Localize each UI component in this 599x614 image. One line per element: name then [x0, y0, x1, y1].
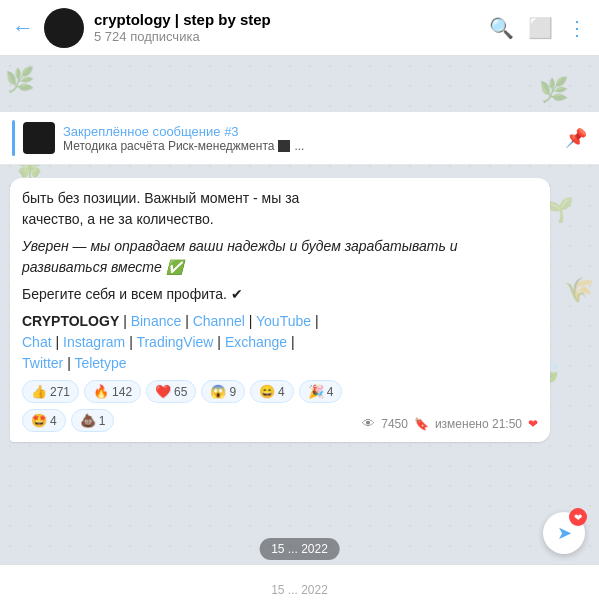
- reactions-row2: 🤩 4 💩 1 👁 7450 🔖 изменено 21:50 ❤: [22, 409, 538, 432]
- heart-badge: ❤: [569, 508, 587, 526]
- pinned-square-icon: [278, 140, 290, 152]
- bottom-date: 15 ... 2022: [271, 583, 328, 597]
- reaction-count-thumbsup: 271: [50, 385, 70, 399]
- reaction-count-poop: 1: [99, 414, 106, 428]
- link-binance[interactable]: Binance: [131, 313, 182, 329]
- reaction-party[interactable]: 🎉 4: [299, 380, 343, 403]
- reaction-heart[interactable]: ❤️ 65: [146, 380, 196, 403]
- layout-icon[interactable]: ⬜: [528, 16, 553, 40]
- reaction-count-heart: 65: [174, 385, 187, 399]
- link-instagram[interactable]: Instagram: [63, 334, 125, 350]
- reaction-poop[interactable]: 💩 1: [71, 409, 115, 432]
- link-teletype[interactable]: Teletype: [74, 355, 126, 371]
- pinned-text-area: Закреплённое сообщение #3 Методика расчё…: [63, 124, 565, 153]
- message-bubble: быть без позиции. Важный момент - мы за …: [10, 178, 550, 442]
- message-text-italic: Уверен — мы оправдаем ваши надежды и буд…: [22, 236, 538, 278]
- reaction-emoji-starstruck: 🤩: [31, 413, 47, 428]
- reaction-emoji-fire: 🔥: [93, 384, 109, 399]
- bg-emoji-1: 🌿: [539, 76, 569, 104]
- channel-title: cryptology | step by step: [94, 11, 489, 29]
- link-twitter[interactable]: Twitter: [22, 355, 63, 371]
- reactions-container: 👍 271 🔥 142 ❤️ 65 😱 9 😄 4: [22, 380, 538, 403]
- header-info: cryptology | step by step 5 724 подписчи…: [94, 11, 489, 44]
- link-exchange[interactable]: Exchange: [225, 334, 287, 350]
- link-chat[interactable]: Chat: [22, 334, 52, 350]
- forward-button[interactable]: ➤ ❤: [543, 512, 585, 554]
- link-cryptology: CRYPTOLOGY: [22, 313, 119, 329]
- bottom-bar: 15 ... 2022: [0, 564, 599, 614]
- pinned-thumbnail: [23, 122, 55, 154]
- edit-label: изменено 21:50: [435, 417, 522, 431]
- heart-icon: ❤: [528, 417, 538, 431]
- view-count: 7450: [381, 417, 408, 431]
- pinned-close-icon[interactable]: 📌: [565, 127, 587, 149]
- bg-emoji-6: 🌿: [5, 66, 35, 94]
- pinned-accent: [12, 120, 15, 156]
- chat-header: ← cryptology | step by step 5 724 подпис…: [0, 0, 599, 56]
- search-icon[interactable]: 🔍: [489, 16, 514, 40]
- reaction-count-party: 4: [327, 385, 334, 399]
- reaction-emoji-shock: 😱: [210, 384, 226, 399]
- reaction-count-starstruck: 4: [50, 414, 57, 428]
- message-footer: 👁 7450 🔖 изменено 21:50 ❤: [362, 415, 538, 432]
- pinned-description: Методика расчёта Риск-менеджмента ...: [63, 139, 565, 153]
- reaction-count-shock: 9: [229, 385, 236, 399]
- link-youtube[interactable]: YouTube: [256, 313, 311, 329]
- reaction-starstruck[interactable]: 🤩 4: [22, 409, 66, 432]
- reaction-grin[interactable]: 😄 4: [250, 380, 294, 403]
- link-channel[interactable]: Channel: [193, 313, 245, 329]
- subscriber-count: 5 724 подписчика: [94, 29, 489, 44]
- reaction-emoji-grin: 😄: [259, 384, 275, 399]
- reaction-emoji-party: 🎉: [308, 384, 324, 399]
- channel-avatar: [44, 8, 84, 48]
- reaction-emoji-poop: 💩: [80, 413, 96, 428]
- message-text-sign: Берегите себя и всем профита. ✔: [22, 284, 538, 305]
- chat-background: 🌿 🍀 🌱 🌾 🍃 🌿 🍀 Закреплённое сообщение #3 …: [0, 56, 599, 614]
- back-button[interactable]: ←: [12, 17, 34, 39]
- reaction-emoji-thumbsup: 👍: [31, 384, 47, 399]
- page-indicator: 15 ... 2022: [259, 538, 340, 560]
- reaction-fire[interactable]: 🔥 142: [84, 380, 141, 403]
- reaction-thumbsup[interactable]: 👍 271: [22, 380, 79, 403]
- pinned-title: Закреплённое сообщение #3: [63, 124, 565, 139]
- pinned-message-bar[interactable]: Закреплённое сообщение #3 Методика расчё…: [0, 112, 599, 165]
- reaction-count-fire: 142: [112, 385, 132, 399]
- reaction-shock[interactable]: 😱 9: [201, 380, 245, 403]
- message-text-part1: быть без позиции. Важный момент - мы за …: [22, 188, 538, 230]
- reaction-count-grin: 4: [278, 385, 285, 399]
- message-links-line: CRYPTOLOGY | Binance | Channel | YouTube…: [22, 311, 538, 374]
- bookmark-icon: 🔖: [414, 417, 429, 431]
- more-icon[interactable]: ⋮: [567, 16, 587, 40]
- views-icon: 👁: [362, 416, 375, 431]
- header-actions: 🔍 ⬜ ⋮: [489, 16, 587, 40]
- link-tradingview[interactable]: TradingView: [136, 334, 213, 350]
- forward-icon: ➤: [557, 522, 572, 544]
- reaction-emoji-heart: ❤️: [155, 384, 171, 399]
